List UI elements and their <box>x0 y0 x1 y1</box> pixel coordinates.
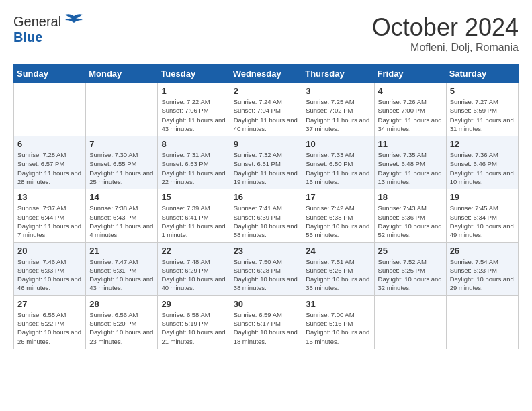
table-row: 29Sunrise: 6:58 AM Sunset: 5:19 PM Dayli… <box>158 295 230 349</box>
table-row <box>446 295 518 349</box>
day-info: Sunrise: 7:25 AM Sunset: 7:02 PM Dayligh… <box>306 97 370 133</box>
table-row: 23Sunrise: 7:50 AM Sunset: 6:28 PM Dayli… <box>230 242 302 295</box>
table-row: 15Sunrise: 7:39 AM Sunset: 6:41 PM Dayli… <box>158 189 230 242</box>
day-info: Sunrise: 7:30 AM Sunset: 6:55 PM Dayligh… <box>89 150 154 186</box>
day-info: Sunrise: 7:51 AM Sunset: 6:26 PM Dayligh… <box>306 257 370 293</box>
day-number: 20 <box>17 246 82 256</box>
day-info: Sunrise: 7:48 AM Sunset: 6:29 PM Dayligh… <box>161 257 226 293</box>
day-number: 25 <box>378 246 443 256</box>
calendar-table: Sunday Monday Tuesday Wednesday Thursday… <box>13 64 519 349</box>
table-row <box>374 295 446 349</box>
day-info: Sunrise: 7:42 AM Sunset: 6:38 PM Dayligh… <box>306 203 370 239</box>
table-row: 27Sunrise: 6:55 AM Sunset: 5:22 PM Dayli… <box>14 295 86 349</box>
day-number: 13 <box>17 192 82 202</box>
day-number: 27 <box>17 299 82 309</box>
table-row: 10Sunrise: 7:33 AM Sunset: 6:50 PM Dayli… <box>302 136 374 189</box>
day-number: 17 <box>306 192 370 202</box>
table-row: 4Sunrise: 7:26 AM Sunset: 7:00 PM Daylig… <box>374 83 446 136</box>
col-sunday: Sunday <box>14 64 86 83</box>
calendar-week-row: 20Sunrise: 7:46 AM Sunset: 6:33 PM Dayli… <box>14 242 519 295</box>
day-info: Sunrise: 7:33 AM Sunset: 6:50 PM Dayligh… <box>306 150 370 186</box>
day-info: Sunrise: 7:26 AM Sunset: 7:00 PM Dayligh… <box>378 97 443 133</box>
table-row: 22Sunrise: 7:48 AM Sunset: 6:29 PM Dayli… <box>158 242 230 295</box>
day-info: Sunrise: 7:28 AM Sunset: 6:57 PM Dayligh… <box>17 150 82 186</box>
day-info: Sunrise: 7:31 AM Sunset: 6:53 PM Dayligh… <box>161 150 226 186</box>
day-number: 22 <box>161 246 226 256</box>
table-row: 12Sunrise: 7:36 AM Sunset: 6:46 PM Dayli… <box>446 136 518 189</box>
logo-general-text: General <box>13 14 61 30</box>
day-info: Sunrise: 7:39 AM Sunset: 6:41 PM Dayligh… <box>161 203 226 239</box>
table-row: 13Sunrise: 7:37 AM Sunset: 6:44 PM Dayli… <box>14 189 86 242</box>
day-info: Sunrise: 6:55 AM Sunset: 5:22 PM Dayligh… <box>17 310 82 346</box>
day-number: 3 <box>306 86 370 96</box>
day-info: Sunrise: 7:00 AM Sunset: 5:16 PM Dayligh… <box>306 310 370 346</box>
day-info: Sunrise: 7:35 AM Sunset: 6:48 PM Dayligh… <box>378 150 443 186</box>
day-info: Sunrise: 7:41 AM Sunset: 6:39 PM Dayligh… <box>234 203 299 239</box>
day-number: 31 <box>306 299 370 309</box>
table-row: 31Sunrise: 7:00 AM Sunset: 5:16 PM Dayli… <box>302 295 374 349</box>
table-row: 6Sunrise: 7:28 AM Sunset: 6:57 PM Daylig… <box>14 136 86 189</box>
day-info: Sunrise: 7:50 AM Sunset: 6:28 PM Dayligh… <box>234 257 299 293</box>
table-row: 20Sunrise: 7:46 AM Sunset: 6:33 PM Dayli… <box>14 242 86 295</box>
col-saturday: Saturday <box>446 64 518 83</box>
table-row: 1Sunrise: 7:22 AM Sunset: 7:06 PM Daylig… <box>158 83 230 136</box>
logo: General Blue <box>13 13 84 45</box>
day-info: Sunrise: 7:37 AM Sunset: 6:44 PM Dayligh… <box>17 203 82 239</box>
calendar-week-row: 6Sunrise: 7:28 AM Sunset: 6:57 PM Daylig… <box>14 136 519 189</box>
day-number: 28 <box>89 299 154 309</box>
day-info: Sunrise: 7:54 AM Sunset: 6:23 PM Dayligh… <box>450 257 515 293</box>
day-info: Sunrise: 6:56 AM Sunset: 5:20 PM Dayligh… <box>89 310 154 346</box>
day-number: 23 <box>234 246 299 256</box>
day-number: 15 <box>161 192 226 202</box>
day-number: 4 <box>378 86 443 96</box>
day-info: Sunrise: 7:24 AM Sunset: 7:04 PM Dayligh… <box>234 97 299 133</box>
day-number: 14 <box>89 192 154 202</box>
day-info: Sunrise: 7:46 AM Sunset: 6:33 PM Dayligh… <box>17 257 82 293</box>
day-info: Sunrise: 7:36 AM Sunset: 6:46 PM Dayligh… <box>450 150 515 186</box>
table-row: 2Sunrise: 7:24 AM Sunset: 7:04 PM Daylig… <box>230 83 302 136</box>
table-row: 21Sunrise: 7:47 AM Sunset: 6:31 PM Dayli… <box>86 242 158 295</box>
day-info: Sunrise: 7:32 AM Sunset: 6:51 PM Dayligh… <box>234 150 299 186</box>
day-number: 10 <box>306 139 370 149</box>
col-friday: Friday <box>374 64 446 83</box>
day-number: 19 <box>450 192 515 202</box>
table-row: 17Sunrise: 7:42 AM Sunset: 6:38 PM Dayli… <box>302 189 374 242</box>
table-row: 26Sunrise: 7:54 AM Sunset: 6:23 PM Dayli… <box>446 242 518 295</box>
table-row: 8Sunrise: 7:31 AM Sunset: 6:53 PM Daylig… <box>158 136 230 189</box>
day-info: Sunrise: 7:47 AM Sunset: 6:31 PM Dayligh… <box>89 257 154 293</box>
table-row: 5Sunrise: 7:27 AM Sunset: 6:59 PM Daylig… <box>446 83 518 136</box>
day-number: 21 <box>89 246 154 256</box>
table-row: 30Sunrise: 6:59 AM Sunset: 5:17 PM Dayli… <box>230 295 302 349</box>
day-number: 18 <box>378 192 443 202</box>
day-info: Sunrise: 7:43 AM Sunset: 6:36 PM Dayligh… <box>378 203 443 239</box>
table-row: 25Sunrise: 7:52 AM Sunset: 6:25 PM Dayli… <box>374 242 446 295</box>
table-row: 11Sunrise: 7:35 AM Sunset: 6:48 PM Dayli… <box>374 136 446 189</box>
calendar-week-row: 1Sunrise: 7:22 AM Sunset: 7:06 PM Daylig… <box>14 83 519 136</box>
col-tuesday: Tuesday <box>158 64 230 83</box>
table-row: 19Sunrise: 7:45 AM Sunset: 6:34 PM Dayli… <box>446 189 518 242</box>
day-number: 2 <box>234 86 299 96</box>
day-number: 16 <box>234 192 299 202</box>
table-row: 3Sunrise: 7:25 AM Sunset: 7:02 PM Daylig… <box>302 83 374 136</box>
table-row: 28Sunrise: 6:56 AM Sunset: 5:20 PM Dayli… <box>86 295 158 349</box>
day-info: Sunrise: 7:52 AM Sunset: 6:25 PM Dayligh… <box>378 257 443 293</box>
day-info: Sunrise: 6:59 AM Sunset: 5:17 PM Dayligh… <box>234 310 299 346</box>
day-number: 26 <box>450 246 515 256</box>
logo-blue-text: Blue <box>13 30 42 44</box>
col-monday: Monday <box>86 64 158 83</box>
table-row <box>14 83 86 136</box>
day-info: Sunrise: 7:45 AM Sunset: 6:34 PM Dayligh… <box>450 203 515 239</box>
calendar-week-row: 13Sunrise: 7:37 AM Sunset: 6:44 PM Dayli… <box>14 189 519 242</box>
col-wednesday: Wednesday <box>230 64 302 83</box>
table-row: 24Sunrise: 7:51 AM Sunset: 6:26 PM Dayli… <box>302 242 374 295</box>
day-number: 24 <box>306 246 370 256</box>
table-row: 18Sunrise: 7:43 AM Sunset: 6:36 PM Dayli… <box>374 189 446 242</box>
day-number: 9 <box>234 139 299 149</box>
day-number: 1 <box>161 86 226 96</box>
day-info: Sunrise: 7:22 AM Sunset: 7:06 PM Dayligh… <box>161 97 226 133</box>
table-row: 7Sunrise: 7:30 AM Sunset: 6:55 PM Daylig… <box>86 136 158 189</box>
day-number: 11 <box>378 139 443 149</box>
month-title: October 2024 <box>372 13 519 42</box>
page-header: General Blue October 2024 Mofleni, Dolj,… <box>13 13 519 54</box>
table-row <box>86 83 158 136</box>
